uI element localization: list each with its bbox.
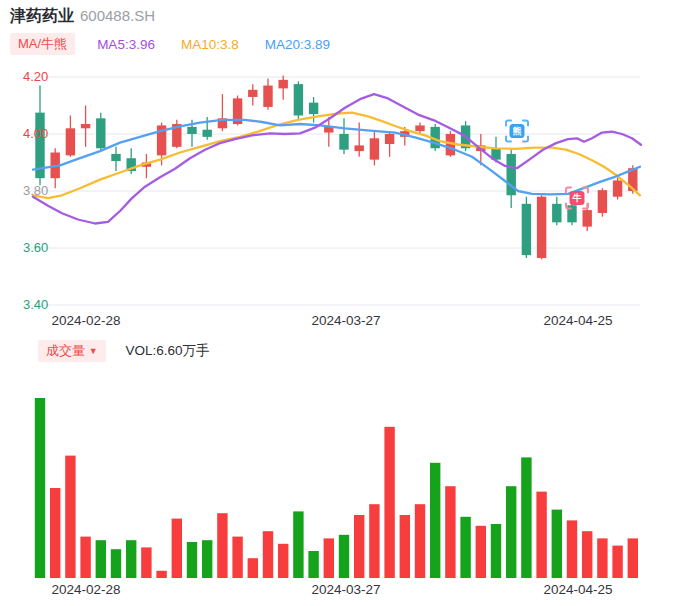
candle[interactable] — [522, 197, 531, 258]
volume-bar[interactable] — [65, 456, 75, 578]
marker-bracket — [506, 121, 511, 126]
ma-legend-item[interactable]: MA5:3.96 — [97, 37, 155, 52]
ma-legend: MA/牛熊 MA5:3.96MA10:3.8MA20:3.89 — [10, 33, 356, 55]
volume-bar[interactable] — [324, 538, 334, 578]
candle[interactable] — [96, 113, 105, 151]
volume-bar[interactable] — [628, 538, 638, 578]
volume-bar[interactable] — [80, 537, 90, 578]
volume-bar[interactable] — [491, 524, 501, 578]
candle-body — [552, 204, 561, 223]
volume-bar[interactable] — [187, 542, 197, 578]
marker-bracket — [583, 204, 588, 209]
volume-bar[interactable] — [567, 520, 577, 578]
bear-marker-icon[interactable]: 熊 — [506, 121, 528, 142]
volume-bar[interactable] — [612, 546, 622, 578]
candle[interactable] — [248, 84, 257, 105]
date-axis-label: 2024-04-25 — [543, 313, 612, 328]
candle[interactable] — [218, 94, 227, 131]
candle[interactable] — [233, 96, 242, 126]
candle-body — [537, 197, 546, 258]
volume-bar[interactable] — [293, 511, 303, 578]
volume-bar[interactable] — [384, 427, 394, 578]
candle-body — [309, 103, 318, 114]
candle-body — [81, 124, 90, 128]
volume-bar[interactable] — [202, 540, 212, 578]
volume-bar[interactable] — [430, 463, 440, 578]
candle[interactable] — [537, 195, 546, 259]
marker-char: 熊 — [513, 126, 522, 136]
candle[interactable] — [279, 76, 288, 100]
candle-body — [187, 127, 196, 134]
volume-bar[interactable] — [521, 457, 531, 578]
volume-bar[interactable] — [552, 510, 562, 578]
price-axis-label: 4.00 — [23, 126, 48, 141]
candle[interactable] — [385, 133, 394, 157]
ma-legend-item[interactable]: MA20:3.89 — [265, 37, 330, 52]
price-axis-label: 3.60 — [23, 240, 48, 255]
stock-name: 津药药业 — [10, 7, 74, 24]
volume-bar[interactable] — [339, 535, 349, 578]
candle[interactable] — [370, 131, 379, 165]
volume-bar[interactable] — [278, 544, 288, 578]
candle[interactable] — [66, 115, 75, 156]
dropdown-arrow-icon: ▼ — [89, 346, 98, 356]
candle-body — [522, 204, 531, 255]
marker-bracket — [583, 188, 588, 193]
candle-body — [598, 190, 607, 213]
volume-bar[interactable] — [96, 540, 106, 578]
volume-bar[interactable] — [400, 515, 410, 578]
candle[interactable] — [81, 106, 90, 147]
ma-legend-item[interactable]: MA10:3.8 — [181, 37, 239, 52]
date-axis-label: 2024-03-27 — [311, 582, 380, 597]
candle[interactable] — [263, 78, 272, 109]
candle-body — [583, 210, 592, 227]
candle[interactable] — [172, 120, 181, 149]
volume-bar[interactable] — [141, 547, 151, 578]
ma-toggle-chip[interactable]: MA/牛熊 — [10, 33, 75, 55]
candle-body — [96, 118, 105, 148]
candle[interactable] — [294, 81, 303, 119]
volume-toggle-chip[interactable]: 成交量 ▼ — [38, 340, 106, 362]
candle[interactable] — [142, 154, 151, 178]
volume-bar[interactable] — [232, 537, 242, 578]
volume-bar[interactable] — [582, 531, 592, 578]
volume-bar[interactable] — [445, 486, 455, 578]
volume-bar[interactable] — [354, 515, 364, 578]
candle-body — [613, 180, 622, 196]
volume-bar[interactable] — [460, 517, 470, 578]
volume-bar[interactable] — [156, 571, 166, 578]
candle-body — [339, 134, 348, 150]
candle[interactable] — [598, 188, 607, 217]
candle-body — [279, 80, 288, 89]
marker-bracket — [523, 121, 528, 126]
candle[interactable] — [552, 197, 561, 226]
volume-bar[interactable] — [111, 549, 121, 578]
volume-bar[interactable] — [126, 540, 136, 578]
volume-bar[interactable] — [536, 492, 546, 578]
price-axis-label: 3.40 — [23, 297, 48, 312]
candle[interactable] — [51, 148, 60, 188]
chart-canvas: 熊牛 — [0, 0, 686, 606]
price-axis-label: 3.80 — [23, 183, 48, 198]
date-axis-label: 2024-04-25 — [543, 582, 612, 597]
volume-bar[interactable] — [476, 526, 486, 578]
volume-bar[interactable] — [506, 486, 516, 578]
volume-bar[interactable] — [50, 488, 60, 578]
marker-char: 牛 — [572, 193, 582, 203]
candle-body — [111, 154, 120, 161]
volume-bar[interactable] — [308, 551, 318, 578]
candle-body — [263, 86, 272, 107]
volume-bar[interactable] — [415, 504, 425, 578]
candle[interactable] — [111, 147, 120, 171]
volume-bar[interactable] — [35, 398, 45, 578]
volume-bar[interactable] — [172, 519, 182, 578]
volume-bar[interactable] — [263, 531, 273, 578]
volume-bar[interactable] — [597, 538, 607, 578]
volume-bar[interactable] — [217, 513, 227, 578]
ma10-line — [33, 113, 640, 199]
candle[interactable] — [339, 118, 348, 154]
candle[interactable] — [355, 123, 364, 157]
candle[interactable] — [507, 148, 516, 208]
volume-bar[interactable] — [248, 558, 258, 578]
volume-bar[interactable] — [369, 504, 379, 578]
